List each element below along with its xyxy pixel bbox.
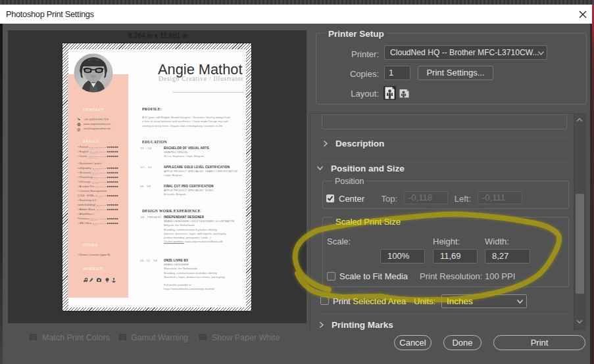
svg-text:@: @ [77, 127, 81, 131]
